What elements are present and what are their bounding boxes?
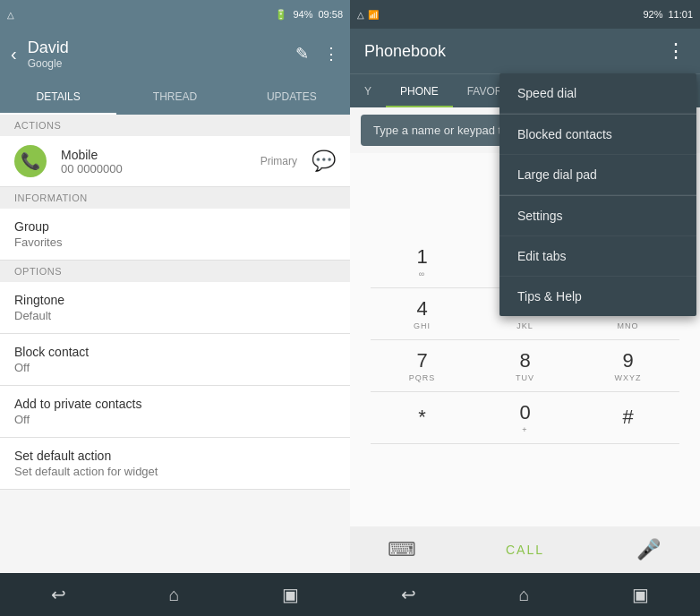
information-header: INFORMATION (0, 187, 350, 209)
private-contacts-row[interactable]: Add to private contacts Off (0, 386, 350, 438)
mic-icon: 🎤 (636, 538, 661, 561)
primary-badge: Primary (260, 155, 297, 167)
battery-right: 92% (643, 9, 662, 20)
tab-updates[interactable]: UPDATES (234, 79, 350, 115)
default-action-value: Set default action for widget (14, 465, 336, 478)
phone-number: 00 0000000 (61, 162, 246, 175)
ringtone-label: Ringtone (14, 293, 336, 307)
contact-name: David (28, 38, 285, 57)
contact-source: Google (28, 57, 285, 70)
options-header: OPTIONS (0, 261, 350, 282)
key-star[interactable]: * (371, 392, 474, 444)
keyboard-icon: ⌨ (388, 538, 416, 561)
sim-icon: △ (7, 10, 14, 20)
menu-large-dial-pad[interactable]: Large dial pad (499, 155, 696, 195)
top-bar-icons: ✎ ⋮ (295, 44, 339, 64)
menu-tips-help[interactable]: Tips & Help (499, 277, 696, 316)
back-nav-left[interactable]: ↩ (51, 584, 66, 605)
status-icons-right: △ 📶 (357, 10, 379, 20)
block-contact-label: Block contact (14, 345, 336, 359)
key-9[interactable]: 9 WXYZ (576, 340, 679, 392)
mic-button[interactable]: 🎤 (597, 526, 700, 573)
keyboard-button[interactable]: ⌨ (350, 526, 453, 573)
tab-y[interactable]: Y (350, 74, 386, 107)
contact-info: David Google (28, 38, 285, 70)
left-panel: △ 🔋 94% 09:58 ‹ David Google ✎ ⋮ DETAILS… (0, 0, 350, 616)
phone-info: Mobile 00 0000000 (61, 148, 246, 175)
signal-icon: △ (357, 10, 364, 20)
recent-nav-right[interactable]: ▣ (632, 584, 649, 605)
key-4[interactable]: 4 GHI (371, 288, 474, 340)
top-bar-right: Phonebook ⋮ (350, 29, 700, 73)
back-nav-right[interactable]: ↩ (401, 584, 416, 605)
block-contact-value: Off (14, 361, 336, 374)
dialpad-row-4: * 0 + # (350, 392, 700, 444)
key-8[interactable]: 8 TUV (474, 340, 576, 392)
battery-icon-left: 🔋 (275, 9, 287, 21)
bottom-nav-right: ↩ ⌂ ▣ (350, 573, 700, 616)
block-contact-row[interactable]: Block contact Off (0, 334, 350, 386)
private-contacts-value: Off (14, 413, 336, 426)
dialpad-row-3: 7 PQRS 8 TUV 9 WXYZ (350, 340, 700, 392)
menu-settings[interactable]: Settings (499, 195, 696, 236)
battery-left: 94% (293, 9, 312, 20)
private-contacts-label: Add to private contacts (14, 397, 336, 411)
status-icons-left: △ (7, 10, 14, 20)
more-options-right[interactable]: ⋮ (666, 39, 686, 63)
call-icon: 📞 (21, 151, 40, 171)
key-1[interactable]: 1 ∞ (371, 236, 474, 288)
menu-blocked-contacts[interactable]: Blocked contacts (499, 114, 696, 155)
time-left: 09:58 (318, 9, 343, 20)
phone-action-row[interactable]: 📞 Mobile 00 0000000 Primary 💬 (0, 136, 350, 187)
actions-header: ACTIONS (0, 115, 350, 136)
menu-speed-dial[interactable]: Speed dial (499, 73, 696, 114)
bottom-nav-left: ↩ ⌂ ▣ (0, 573, 350, 616)
tab-details[interactable]: DETAILS (0, 79, 116, 115)
group-value: Favorites (14, 235, 336, 249)
more-options-button[interactable]: ⋮ (323, 44, 339, 64)
recent-nav-left[interactable]: ▣ (282, 584, 299, 605)
group-label: Group (14, 219, 336, 234)
call-icon-circle: 📞 (14, 145, 47, 177)
top-bar-left: ‹ David Google ✎ ⋮ (0, 29, 350, 79)
home-nav-left[interactable]: ⌂ (168, 585, 179, 605)
group-row: Group Favorites (0, 209, 350, 261)
menu-edit-tabs[interactable]: Edit tabs (499, 236, 696, 277)
phone-label: Mobile (61, 148, 246, 162)
tab-thread[interactable]: THREAD (116, 79, 233, 115)
status-bar-right: △ 📶 92% 11:01 (350, 0, 700, 29)
phonebook-title: Phonebook (364, 42, 666, 61)
back-button[interactable]: ‹ (11, 44, 17, 64)
message-button[interactable]: 💬 (312, 150, 336, 173)
call-row: ⌨ CALL 🎤 (350, 526, 700, 573)
tabs-bar-left: DETAILS THREAD UPDATES (0, 79, 350, 115)
time-right: 11:01 (668, 9, 693, 20)
dropdown-menu: Speed dial Blocked contacts Large dial p… (499, 73, 696, 316)
ringtone-row[interactable]: Ringtone Default (0, 282, 350, 334)
right-panel: △ 📶 92% 11:01 Phonebook ⋮ Y PHONE FAVOR … (350, 0, 700, 616)
ringtone-value: Default (14, 309, 336, 322)
call-button[interactable]: CALL (453, 543, 597, 557)
tab-phone[interactable]: PHONE (386, 74, 453, 107)
key-hash[interactable]: # (576, 392, 679, 444)
wifi-icon: 📶 (368, 10, 379, 20)
status-bar-left: △ 🔋 94% 09:58 (0, 0, 350, 29)
key-7[interactable]: 7 PQRS (371, 340, 474, 392)
edit-button[interactable]: ✎ (295, 44, 309, 64)
default-action-row[interactable]: Set default action Set default action fo… (0, 438, 350, 490)
default-action-label: Set default action (14, 449, 336, 463)
home-nav-right[interactable]: ⌂ (518, 585, 529, 605)
key-0[interactable]: 0 + (474, 392, 576, 444)
